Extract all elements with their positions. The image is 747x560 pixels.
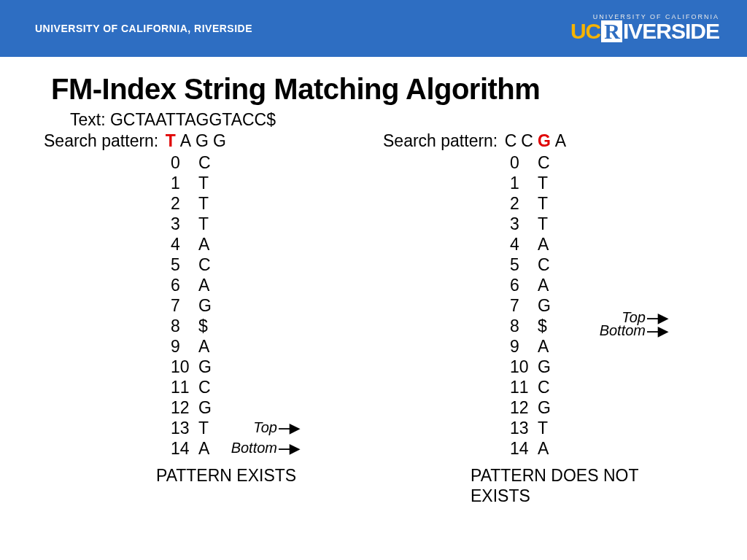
bwt-row: 10G	[171, 357, 350, 377]
bwt-index: 11	[171, 377, 198, 397]
bwt-row: 6A	[171, 275, 350, 295]
logo-r: R	[601, 20, 622, 42]
bwt-char: A	[198, 234, 214, 254]
bwt-index: 7	[510, 295, 538, 316]
pattern-char: G	[535, 131, 553, 150]
bwt-index: 6	[171, 275, 198, 295]
bwt-row: 7G	[171, 295, 350, 316]
bwt-index: 10	[510, 357, 538, 377]
bwt-char: T	[538, 193, 554, 214]
bwt-index: 12	[171, 397, 198, 418]
bwt-char: C	[538, 254, 554, 275]
bwt-row: 8$	[171, 316, 350, 336]
bwt-row: 7G	[510, 295, 719, 316]
bwt-row: 11C	[510, 377, 719, 397]
bwt-char: A	[198, 275, 214, 295]
pointer-label: Bottom	[600, 322, 646, 338]
bwt-char: G	[538, 357, 554, 377]
bwt-index: 0	[171, 152, 198, 173]
logo-uc: UC	[570, 19, 600, 43]
bwt-index: 5	[510, 254, 538, 275]
pattern-char: G	[211, 131, 228, 150]
bwt-index: 11	[510, 377, 538, 397]
pattern-char: C	[503, 131, 519, 150]
logo-rest: IVERSIDE	[623, 19, 719, 43]
bwt-char: T	[538, 214, 554, 234]
bwt-index: 7	[171, 295, 198, 316]
pattern-letters-left: TAGG	[163, 131, 228, 150]
bwt-row: 13T	[510, 418, 719, 438]
bwt-index: 1	[510, 173, 538, 193]
bwt-char: A	[538, 438, 554, 459]
bwt-row: 2T	[510, 193, 719, 214]
bwt-index: 8	[171, 316, 198, 336]
pointer-label: Bottom	[231, 440, 277, 456]
pattern-char: G	[193, 131, 211, 150]
slide-title: FM-Index String Matching Algorithm	[51, 73, 747, 106]
bottom-pointer: Bottom—▶	[600, 322, 666, 339]
text-line: Text: GCTAATTAGGTACC$	[70, 110, 747, 130]
bwt-row: 11C	[171, 377, 350, 397]
search-pattern-left: Search pattern: TAGG	[44, 131, 350, 151]
bwt-char: T	[538, 418, 554, 438]
bwt-char: C	[538, 152, 554, 173]
bwt-row: 12G	[171, 397, 350, 418]
bwt-row: 0C	[171, 152, 350, 173]
pattern-label: Search pattern:	[383, 131, 503, 150]
bwt-char: $	[198, 316, 214, 336]
bwt-char: A	[198, 438, 214, 459]
bwt-index: 9	[171, 336, 198, 357]
bwt-char: G	[198, 397, 214, 418]
search-pattern-right: Search pattern: CCGA	[383, 131, 719, 151]
bwt-row: 1T	[510, 173, 719, 193]
bwt-index: 2	[171, 193, 198, 214]
bwt-row: 3T	[171, 214, 350, 234]
bwt-char: $	[538, 316, 554, 336]
pattern-char: T	[163, 131, 178, 150]
left-column: Search pattern: TAGG 0C1T2T3T4A5C6A7G8$9…	[44, 131, 350, 506]
bwt-row: 5C	[510, 254, 719, 275]
bwt-index: 1	[171, 173, 198, 193]
bwt-char: G	[198, 357, 214, 377]
university-name-left: UNIVERSITY OF CALIFORNIA, RIVERSIDE	[35, 23, 252, 34]
bwt-index: 13	[510, 418, 538, 438]
bwt-char: T	[538, 173, 554, 193]
bwt-char: C	[538, 377, 554, 397]
bwt-row: 12G	[510, 397, 719, 418]
bwt-row: 9A	[510, 336, 719, 357]
bwt-char: C	[198, 152, 214, 173]
bwt-char: T	[198, 193, 214, 214]
result-left: PATTERN EXISTS	[156, 466, 350, 486]
bwt-table-left: 0C1T2T3T4A5C6A7G8$9A10G11C12G13T14ATop—▶…	[171, 152, 350, 459]
bwt-index: 9	[510, 336, 538, 357]
bwt-index: 10	[171, 357, 198, 377]
bwt-index: 14	[171, 438, 198, 459]
logo-wrap: UNIVERSITY OF CALIFORNIA UCRIVERSIDE	[570, 13, 719, 44]
bwt-row: 6A	[510, 275, 719, 295]
bwt-row: 1T	[171, 173, 350, 193]
bwt-char: G	[198, 295, 214, 316]
bwt-char: A	[198, 336, 214, 357]
top-pointer: Top—▶	[253, 419, 298, 436]
bwt-char: A	[538, 336, 554, 357]
pattern-char: C	[519, 131, 535, 150]
bwt-row: 0C	[510, 152, 719, 173]
bwt-index: 2	[510, 193, 538, 214]
bottom-pointer: Bottom—▶	[231, 440, 298, 456]
arrow-icon: —▶	[279, 421, 298, 435]
bwt-row: 2T	[171, 193, 350, 214]
bwt-index: 3	[171, 214, 198, 234]
pattern-letters-right: CCGA	[503, 131, 568, 150]
right-column: Search pattern: CCGA 0C1T2T3T4A5C6A7G8$9…	[383, 131, 719, 506]
ucr-logo: UCRIVERSIDE	[570, 19, 719, 44]
pattern-char: A	[178, 131, 193, 150]
bwt-char: C	[198, 254, 214, 275]
bwt-char: T	[198, 214, 214, 234]
bwt-row: 4A	[171, 234, 350, 254]
bwt-index: 8	[510, 316, 538, 336]
content-columns: Search pattern: TAGG 0C1T2T3T4A5C6A7G8$9…	[0, 131, 747, 506]
bwt-index: 5	[171, 254, 198, 275]
result-right: PATTERN DOES NOT EXISTS	[471, 466, 675, 506]
bwt-index: 4	[171, 234, 198, 254]
bwt-row: 14A	[510, 438, 719, 459]
